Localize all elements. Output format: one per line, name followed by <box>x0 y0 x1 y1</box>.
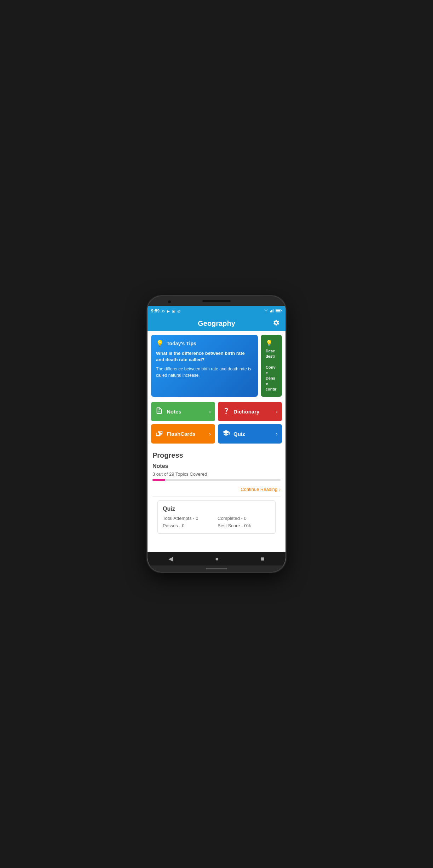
scroll-content[interactable]: 💡 Today's Tips What is the difference be… <box>148 331 285 552</box>
at-status-icon: ◎ <box>177 309 180 313</box>
status-right <box>264 309 282 313</box>
progress-bar-fill <box>152 479 165 481</box>
dictionary-icon <box>222 407 230 416</box>
completed: Completed - 0 <box>218 516 270 521</box>
tip-question: What is the difference between birth rat… <box>156 350 253 363</box>
tip-card-secondary[interactable]: 💡 DescdestrConveDensecontir <box>261 335 282 397</box>
camera-dot <box>168 300 171 303</box>
battery-icon <box>276 309 282 313</box>
phone-top-bar <box>148 296 285 306</box>
tip-lightbulb-icon: 💡 <box>156 340 164 347</box>
progress-bar-container <box>152 479 281 481</box>
dictionary-arrow-icon: › <box>276 409 278 415</box>
nav-grid: Notes › Dictionary › <box>148 399 285 446</box>
app-header: Geography <box>148 316 285 331</box>
total-attempts: Total Attempts - 0 <box>163 516 215 521</box>
tips-container: 💡 Today's Tips What is the difference be… <box>148 331 285 399</box>
flashcards-button[interactable]: FlashCards › <box>151 424 215 444</box>
continue-reading-link[interactable]: Continue Reading <box>241 487 277 492</box>
flashcards-icon <box>155 429 163 439</box>
dictionary-button[interactable]: Dictionary › <box>218 402 282 421</box>
tip-header-title: Today's Tips <box>167 341 196 346</box>
tip-card-primary[interactable]: 💡 Today's Tips What is the difference be… <box>151 335 258 397</box>
settings-status-icon: ⚙ <box>162 309 165 313</box>
dictionary-label: Dictionary <box>233 409 276 415</box>
phone-shell: 9:59 ⚙ ▶ ▣ ◎ <box>148 296 285 572</box>
quiz-icon <box>222 429 230 439</box>
progress-section: Progress Notes 3 out of 29 Topics Covere… <box>148 446 285 534</box>
phone-bottom <box>148 565 285 572</box>
svg-rect-5 <box>276 310 280 312</box>
quiz-card: Quiz Total Attempts - 0 Completed - 0 Pa… <box>157 500 276 534</box>
signal-icon <box>270 309 274 313</box>
status-time: 9:59 <box>151 309 160 313</box>
best-score: Best Score - 0% <box>218 523 270 528</box>
tip-answer: The difference between birth rate and de… <box>156 366 253 379</box>
continue-reading-arrow: › <box>279 487 281 492</box>
tip-secondary-text: DescdestrConveDensecontir <box>266 348 277 392</box>
quiz-arrow-icon: › <box>276 431 278 437</box>
notes-button[interactable]: Notes › <box>151 402 215 421</box>
back-button[interactable]: ◀ <box>168 555 173 563</box>
continue-reading-container: Continue Reading › <box>152 484 281 497</box>
bottom-nav: ◀ ● ■ <box>148 552 285 565</box>
svg-rect-1 <box>271 310 272 312</box>
recent-button[interactable]: ■ <box>261 555 265 563</box>
quiz-button[interactable]: Quiz › <box>218 424 282 444</box>
flashcards-arrow-icon: › <box>209 431 211 437</box>
tip-header: 💡 Today's Tips <box>156 340 253 347</box>
svg-rect-6 <box>281 310 282 311</box>
quiz-card-title: Quiz <box>163 506 270 512</box>
speaker <box>202 300 231 302</box>
wifi-icon <box>264 309 269 313</box>
svg-rect-2 <box>272 310 273 312</box>
app-title: Geography <box>198 319 235 328</box>
svg-rect-0 <box>270 311 271 312</box>
notes-icon <box>155 407 163 416</box>
status-left: 9:59 ⚙ ▶ ▣ ◎ <box>151 309 180 313</box>
play-status-icon: ▶ <box>167 309 170 313</box>
status-bar: 9:59 ⚙ ▶ ▣ ◎ <box>148 306 285 316</box>
flashcards-label: FlashCards <box>167 431 209 437</box>
quiz-label: Quiz <box>233 431 276 437</box>
header-settings-icon[interactable] <box>273 319 280 328</box>
notes-label: Notes <box>167 409 209 415</box>
bottom-bar <box>206 568 227 569</box>
notes-coverage-text: 3 out of 29 Topics Covered <box>152 471 281 477</box>
card-status-icon: ▣ <box>172 309 175 313</box>
passes: Passes - 0 <box>163 523 215 528</box>
svg-rect-3 <box>273 309 275 312</box>
home-button[interactable]: ● <box>215 555 219 563</box>
quiz-stats: Total Attempts - 0 Completed - 0 Passes … <box>163 516 270 528</box>
progress-title: Progress <box>152 451 281 459</box>
notes-progress-title: Notes <box>152 463 281 469</box>
notes-arrow-icon: › <box>209 409 211 415</box>
phone-screen: 9:59 ⚙ ▶ ▣ ◎ <box>148 306 285 565</box>
